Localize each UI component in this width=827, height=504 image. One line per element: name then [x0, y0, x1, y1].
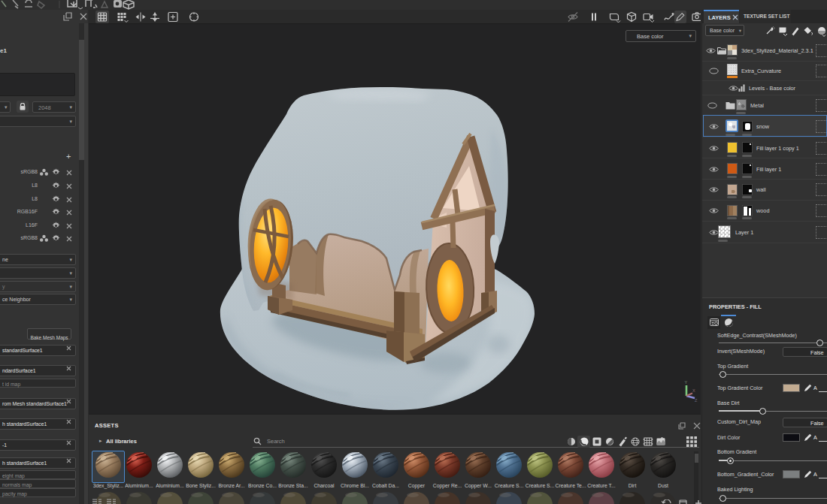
svg-text:Bronze Co...: Bronze Co... [248, 483, 277, 488]
svg-text:Chrome Bl...: Chrome Bl... [341, 483, 369, 488]
svg-text:Creature S...: Creature S... [495, 483, 524, 488]
svg-text:Dirt: Dirt [629, 483, 637, 488]
svg-text:Y: Y [685, 380, 688, 385]
svg-text:Dust: Dust [658, 483, 668, 488]
svg-text:Copper: Copper [408, 483, 426, 489]
svg-text:X: X [692, 388, 695, 393]
svg-text:Aluminium...: Aluminium... [125, 483, 153, 488]
svg-text:Bronze Sta...: Bronze Sta... [278, 483, 307, 488]
svg-text:Creature T...: Creature T... [587, 483, 615, 488]
svg-text:Copper Re...: Copper Re... [433, 483, 462, 489]
svg-text:Aluminium...: Aluminium... [156, 483, 184, 488]
svg-text:Copper W...: Copper W... [465, 483, 492, 489]
svg-text:Creature Te...: Creature Te... [555, 483, 586, 488]
svg-text:3dex_Styliz...: 3dex_Styliz... [93, 483, 124, 489]
svg-text:Bone Styliz...: Bone Styliz... [186, 483, 216, 489]
svg-text:Charcoal: Charcoal [314, 483, 335, 488]
svg-text:Creature S...: Creature S... [526, 483, 555, 488]
svg-text:Bronze Ar...: Bronze Ar... [218, 483, 244, 488]
svg-text:Cobalt Da...: Cobalt Da... [372, 483, 399, 488]
